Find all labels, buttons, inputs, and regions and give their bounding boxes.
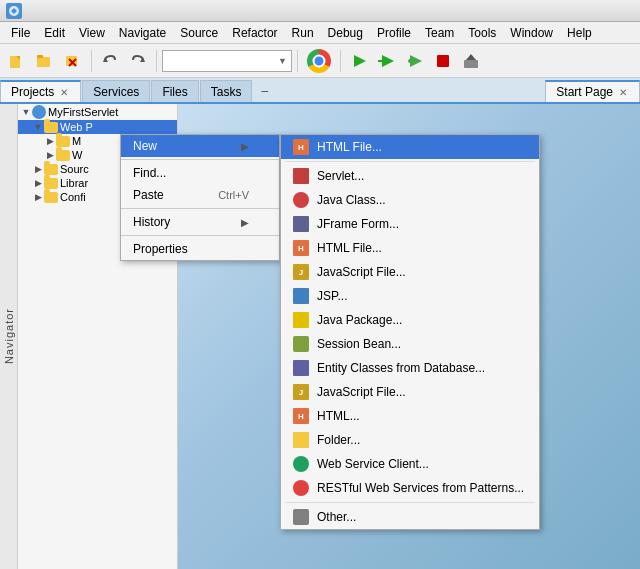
jsp-icon <box>293 288 309 304</box>
java-class-icon <box>293 192 309 208</box>
ctx-sep-3 <box>121 235 279 236</box>
close-project-button[interactable] <box>60 48 86 74</box>
submenu-html-file-1[interactable]: H HTML File... <box>281 135 539 159</box>
ctx-find[interactable]: Find... <box>121 162 279 184</box>
submenu-html-file-2[interactable]: H HTML File... <box>281 236 539 260</box>
tree-web-arrow: ▼ <box>32 121 44 133</box>
submenu-web-service-client[interactable]: Web Service Client... <box>281 452 539 476</box>
svg-rect-4 <box>37 55 43 58</box>
menu-run[interactable]: Run <box>285 24 321 42</box>
servlet-icon <box>293 168 309 184</box>
config-folder-icon <box>44 192 58 203</box>
source-folder-icon <box>44 164 58 175</box>
tab-files[interactable]: Files <box>151 80 198 102</box>
svg-marker-10 <box>354 55 366 67</box>
menu-file[interactable]: File <box>4 24 37 42</box>
menu-help[interactable]: Help <box>560 24 599 42</box>
toolbar-separator-1 <box>91 50 92 72</box>
svg-rect-15 <box>437 55 449 67</box>
submenu-entity-classes[interactable]: Entity Classes from Database... <box>281 356 539 380</box>
submenu-jframe[interactable]: JFrame Form... <box>281 212 539 236</box>
main-area: Navigator ▼ MyFirstServlet ▼ Web P ▶ M ▶… <box>0 104 640 569</box>
menu-source[interactable]: Source <box>173 24 225 42</box>
submenu-sep-1 <box>285 161 535 162</box>
submenu-sep-2 <box>285 502 535 503</box>
submenu-other[interactable]: Other... <box>281 505 539 529</box>
redo-button[interactable] <box>125 48 151 74</box>
submenu-folder[interactable]: Folder... <box>281 428 539 452</box>
tab-start-page[interactable]: Start Page ✕ <box>545 80 640 102</box>
meta-folder-icon <box>56 136 70 147</box>
ctx-new-arrow: ▶ <box>241 141 249 152</box>
js-file-icon-2: J <box>293 384 309 400</box>
submenu-java-class[interactable]: Java Class... <box>281 188 539 212</box>
svg-rect-16 <box>464 60 478 68</box>
new-project-button[interactable] <box>4 48 30 74</box>
navigator-sidebar: Navigator <box>0 104 18 569</box>
tab-minimize-button[interactable]: – <box>253 80 276 102</box>
ctx-paste-shortcut: Ctrl+V <box>218 189 249 201</box>
profile-button[interactable] <box>402 48 428 74</box>
submenu-js-file-2[interactable]: J JavaScript File... <box>281 380 539 404</box>
ctx-history-arrow: ▶ <box>241 217 249 228</box>
tab-projects[interactable]: Projects ✕ <box>0 80 81 102</box>
submenu-restful[interactable]: RESTful Web Services from Patterns... <box>281 476 539 500</box>
ctx-properties[interactable]: Properties <box>121 238 279 260</box>
menu-bar: File Edit View Navigate Source Refactor … <box>0 22 640 44</box>
title-bar <box>0 0 640 22</box>
svg-point-14 <box>408 59 412 63</box>
submenu-html[interactable]: H HTML... <box>281 404 539 428</box>
undo-button[interactable] <box>97 48 123 74</box>
submenu-session-bean[interactable]: Session Bean... <box>281 332 539 356</box>
submenu-servlet[interactable]: Servlet... <box>281 164 539 188</box>
config-dropdown[interactable]: ▼ <box>162 50 292 72</box>
ctx-paste[interactable]: Paste Ctrl+V <box>121 184 279 206</box>
tree-lib-arrow: ▶ <box>32 177 44 189</box>
tab-services[interactable]: Services <box>82 80 150 102</box>
web-inf-folder-icon <box>56 150 70 161</box>
svg-marker-11 <box>382 55 394 67</box>
debug-button[interactable] <box>374 48 400 74</box>
ctx-sep-1 <box>121 159 279 160</box>
js-file-icon-1: J <box>293 264 309 280</box>
chrome-icon[interactable] <box>307 49 331 73</box>
menu-team[interactable]: Team <box>418 24 461 42</box>
web-pages-folder-icon <box>44 122 58 133</box>
menu-navigate[interactable]: Navigate <box>112 24 173 42</box>
tree-root[interactable]: ▼ MyFirstServlet <box>18 104 177 120</box>
submenu-java-pkg[interactable]: Java Package... <box>281 308 539 332</box>
ctx-history[interactable]: History ▶ <box>121 211 279 233</box>
tab-tasks[interactable]: Tasks <box>200 80 253 102</box>
svg-rect-3 <box>37 57 50 67</box>
navigator-label: Navigator <box>3 308 15 364</box>
menu-edit[interactable]: Edit <box>37 24 72 42</box>
open-project-button[interactable] <box>32 48 58 74</box>
menu-profile[interactable]: Profile <box>370 24 418 42</box>
toolbar: ▼ <box>0 44 640 78</box>
run-button[interactable] <box>346 48 372 74</box>
html-icon: H <box>293 408 309 424</box>
ctx-sep-2 <box>121 208 279 209</box>
folder-icon-submenu <box>293 432 309 448</box>
tree-config-arrow: ▶ <box>32 191 44 203</box>
menu-refactor[interactable]: Refactor <box>225 24 284 42</box>
menu-window[interactable]: Window <box>503 24 560 42</box>
menu-view[interactable]: View <box>72 24 112 42</box>
submenu-js-file-1[interactable]: J JavaScript File... <box>281 260 539 284</box>
tree-web-inf-arrow: ▶ <box>44 149 56 161</box>
html-file-icon-1: H <box>293 139 309 155</box>
menu-tools[interactable]: Tools <box>461 24 503 42</box>
clean-build-button[interactable] <box>458 48 484 74</box>
submenu-jsp[interactable]: JSP... <box>281 284 539 308</box>
project-globe-icon <box>32 105 46 119</box>
menu-debug[interactable]: Debug <box>321 24 370 42</box>
stop-button[interactable] <box>430 48 456 74</box>
toolbar-separator-3 <box>297 50 298 72</box>
ctx-new[interactable]: New ▶ <box>121 135 279 157</box>
lib-folder-icon <box>44 178 58 189</box>
toolbar-separator-2 <box>156 50 157 72</box>
tab-start-page-close[interactable]: ✕ <box>617 87 629 98</box>
tab-projects-close[interactable]: ✕ <box>58 87 70 98</box>
tree-web-pages[interactable]: ▼ Web P <box>18 120 177 134</box>
new-submenu: H HTML File... Servlet... Java Class... … <box>280 134 540 530</box>
